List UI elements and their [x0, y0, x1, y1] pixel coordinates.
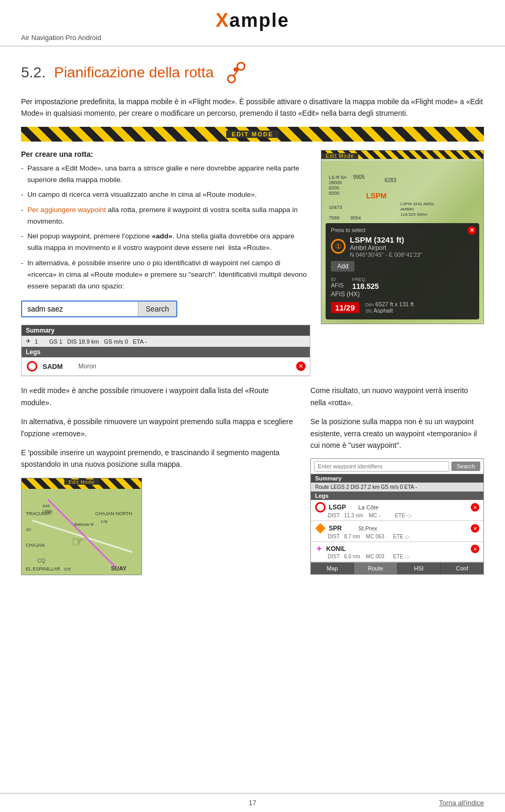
summary-bar: Summary: [22, 325, 310, 336]
svg-text:Baltasar B: Baltasar B: [74, 522, 94, 527]
popup-airport-name: LSPM (3241 ft): [350, 235, 422, 244]
waypoint-name: SADM: [43, 363, 74, 370]
svg-text:10473: 10473: [329, 205, 342, 210]
svg-text:(398): (398): [43, 509, 53, 514]
spr-sub: DIST 8.7 nm MC 063 ETE -;-: [315, 534, 479, 539]
svg-text:EL ESPINILLAR: EL ESPINILLAR: [26, 566, 60, 572]
instruction-item-2: Un campo di ricerca verrà visualizzato a…: [21, 189, 310, 201]
summary-row: ✈ 1 GS 1 DIS 18.9 km GS m/s 0 ETA -: [22, 336, 310, 347]
rm-route-button[interactable]: Route: [354, 563, 397, 574]
waypoint-desc: Moron: [78, 363, 292, 370]
svg-text:AMBRI: AMBRI: [400, 207, 413, 212]
map-body: LS-R 8A 28000 6200 9200 9905 6283 10473 …: [321, 161, 483, 324]
map-screenshot: Edit Mode LS-R 8A 28000 6200 9200 9905 6…: [321, 150, 484, 324]
svg-text:9200: 9200: [329, 191, 339, 196]
instruction-item-5: In alternativa, è possibile inserire uno…: [21, 257, 310, 293]
search-box-container: Search: [21, 300, 177, 317]
instruction-item-3: Per aggiungere waypoint alla rotta, prem…: [21, 204, 310, 228]
circle-red-icon: [27, 361, 37, 372]
svg-text:6200: 6200: [329, 185, 339, 191]
konil-name: KONIL: [326, 545, 352, 553]
popup-add-button[interactable]: Add: [331, 261, 355, 272]
spr-desc: St.Prex: [358, 525, 468, 532]
svg-text:176: 176: [100, 519, 108, 524]
popup-airport-icon: ①: [331, 239, 346, 254]
map-edit-label-bottom: Edit Mode: [64, 479, 99, 485]
rm-search-button[interactable]: Search: [451, 462, 480, 471]
app-name: Air Navigation Pro Android: [21, 34, 101, 42]
svg-text:28000: 28000: [329, 180, 342, 185]
popup-close-button[interactable]: ✕: [468, 226, 476, 235]
freq-label: FREQ: [352, 277, 379, 282]
id-label: ID: [331, 277, 344, 282]
section-heading: 5.2. Pianificazione della rotta: [21, 59, 484, 86]
svg-text:9905: 9905: [353, 174, 365, 180]
rm-summary-row: Route LEGS 2 DIS 27.2 km GS m/s 0 ETA -: [311, 483, 483, 492]
route-icon: [222, 59, 249, 86]
afis-hx: AFIS (HX): [331, 290, 474, 298]
torna-link[interactable]: Torna all'indice: [439, 799, 484, 807]
rm-bottom-bar: Map Route HSI Conf: [311, 562, 483, 574]
bottom-para2: In alternativa, è possibile rimuovere un…: [21, 416, 298, 439]
bottom-map-svg: TRACUMIR 646 (398) CHAJAN JG Baltasar B …: [22, 489, 142, 575]
svg-point-1: [237, 63, 245, 70]
rm-leg-spr: SPR St.Prex ✕ DIST 8.7 nm MC 063 ETE -;-: [311, 521, 483, 542]
svg-text:225: 225: [64, 567, 71, 572]
bottom-para5: Se la posizione sulla mappa non è su un …: [310, 416, 484, 451]
svg-text:CHAJAN: CHAJAN: [26, 543, 45, 548]
waypoint-icon: [26, 360, 38, 373]
edit-mode-label: EDIT MODE: [226, 131, 278, 138]
popup-dim: Dim 6527 ft x 131 ft: [366, 301, 414, 307]
svg-text:6283: 6283: [385, 177, 397, 183]
instruction-heading: Per creare una rotta:: [21, 150, 310, 158]
rm-map-button[interactable]: Map: [311, 563, 354, 574]
rm-conf-button[interactable]: Conf: [441, 563, 483, 574]
edit-mode-banner: EDIT MODE: [21, 127, 484, 142]
header: Xample Air Navigation Pro Android: [0, 0, 505, 46]
spr-remove-button[interactable]: ✕: [471, 524, 479, 533]
lsgp-sub: DIST 11.3 nm MC - ETE -;-: [315, 513, 479, 518]
route-module: Search Summary Route LEGS 2 DIS 27.2 km …: [310, 458, 484, 575]
svg-text:SUAY: SUAY: [111, 565, 127, 572]
bottom-map-image: Edit Mode TRACUMIR 646 (398) CHAJAN JG B…: [21, 478, 142, 575]
konil-sub: DIST 6.0 nm MC 003 ETE -;-: [315, 554, 479, 559]
map-edit-label: Edit Mode: [321, 153, 358, 159]
map-edit-banner: Edit Mode: [321, 151, 483, 159]
waypoint-search-input[interactable]: [22, 302, 138, 316]
legs-bar: Legs: [22, 347, 310, 357]
rm-leg-konil: ✦ KONIL ✕ DIST 6.0 nm MC 003 ETE -;-: [311, 542, 483, 562]
lsgp-icon: [315, 502, 326, 513]
svg-text:JG: JG: [26, 527, 31, 532]
rm-legs-bar: Legs: [311, 492, 483, 500]
main-two-col: Per creare una rotta: Passare a «Edit Mo…: [21, 150, 484, 377]
svg-text:118.525 330m: 118.525 330m: [400, 212, 427, 217]
bottom-section: In «edit mode» è anche possibile rimuove…: [21, 385, 484, 575]
svg-text:☞: ☞: [72, 534, 85, 550]
instruction-item-4: Nel popup waypoint, premere l'opzione «a…: [21, 230, 310, 254]
freq-value: 118.525: [352, 282, 379, 290]
konil-icon: ✦: [315, 544, 323, 554]
intro-para1: Per impostazione predefinita, la mappa m…: [21, 96, 484, 119]
search-button[interactable]: Search: [138, 302, 176, 316]
svg-point-0: [228, 75, 235, 83]
rm-hsi-button[interactable]: HSI: [398, 563, 441, 574]
lsgp-remove-button[interactable]: ✕: [471, 503, 479, 512]
rm-search-input[interactable]: [314, 461, 449, 472]
bottom-left: In «edit mode» è anche possibile rimuove…: [21, 385, 298, 575]
content: 5.2. Pianificazione della rotta Per impo…: [0, 46, 505, 607]
section-number: 5.2.: [21, 64, 46, 81]
waypoint-popup: ✕ Press to select ① LSPM (3241 ft) Ambri…: [326, 223, 479, 319]
bottom-right: Come risultato, un nuovo waypoint verrà …: [310, 385, 484, 575]
rm-summary-bar: Summary: [311, 474, 483, 483]
page-number: 17: [21, 799, 484, 807]
konil-remove-button[interactable]: ✕: [471, 545, 479, 553]
id-value: AFIS: [331, 282, 344, 288]
logo-x: X: [216, 9, 229, 31]
map-screenshot-col: Edit Mode LS-R 8A 28000 6200 9200 9905 6…: [321, 150, 484, 377]
summary-icon: ✈: [26, 338, 31, 345]
remove-waypoint-button[interactable]: ✕: [296, 362, 306, 371]
popup-info-row: ID AFIS FREQ 118.525: [331, 277, 474, 290]
spr-icon: [315, 523, 326, 534]
svg-text:LSPM 3241 AMSL: LSPM 3241 AMSL: [400, 202, 435, 206]
route-panel: Summary ✈ 1 GS 1 DIS 18.9 km GS m/s 0 ET…: [21, 325, 310, 376]
